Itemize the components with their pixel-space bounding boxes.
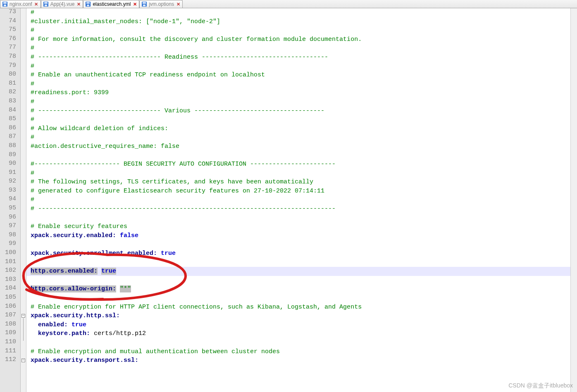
line-number: 101 [2,258,17,267]
code-line[interactable]: keystore.path: certs/http.p12 [31,329,577,338]
line-number: 96 [2,214,17,223]
code-line[interactable]: # Enable an unauthenticated TCP readines… [31,71,577,80]
svg-rect-4 [44,2,48,4]
line-number: 78 [2,53,17,62]
tab-jvm-options[interactable]: jvm.options ✕ [139,0,183,8]
line-number: 102 [2,267,17,276]
code-line[interactable]: # [31,169,577,178]
code-line[interactable] [31,338,577,347]
line-number: 93 [2,187,17,196]
code-line[interactable]: # [31,115,577,124]
code-line[interactable]: # [31,26,577,35]
code-line[interactable]: xpack.security.transport.ssl: [31,356,577,365]
code-line[interactable]: # generated to configure Elasticsearch s… [31,187,577,196]
line-number: 109 [2,329,17,338]
svg-rect-5 [45,5,47,6]
code-line[interactable]: # Enable security features [31,222,577,231]
code-line[interactable]: # [31,97,577,107]
code-line[interactable]: # [31,195,577,204]
line-number: 79 [2,62,17,71]
line-number: 89 [2,151,17,160]
fold-toggle-icon[interactable]: − [21,314,25,318]
line-number: 105 [2,294,17,303]
line-number: 104 [2,285,17,294]
code-line[interactable]: # [31,44,577,53]
disk-icon [85,1,91,7]
line-number: 91 [2,169,17,178]
code-line[interactable]: xpack.security.enrollment.enabled: true [31,249,577,258]
line-number: 84 [2,107,17,116]
line-number: 100 [2,249,17,258]
code-line[interactable]: enabled: true [31,321,577,330]
line-number: 99 [2,240,17,249]
tab-nginx-conf[interactable]: nginx.conf ✕ [0,0,41,8]
tab-label: elasticsearch.yml [93,1,131,7]
code-line[interactable]: # [31,62,577,71]
code-line[interactable]: http.cors.allow-origin: "*" [31,285,577,294]
tab-label: App(4).vue [50,1,75,7]
code-line[interactable]: # --------------------------------- Read… [31,53,577,62]
line-number: 108 [2,321,17,330]
line-number: 83 [2,97,17,107]
watermark: CSDN @蓝盒子itbluebox [508,382,573,390]
line-number: 97 [2,222,17,231]
code-line[interactable]: xpack.security.http.ssl: [31,311,577,321]
code-line[interactable]: # [31,8,577,17]
code-line[interactable] [31,276,577,285]
line-number: 85 [2,115,17,124]
line-number: 73 [2,8,17,17]
svg-rect-2 [4,5,6,6]
gutter: 7374757677787980818283848586878889909192… [0,8,21,392]
code-line[interactable]: # [31,133,577,142]
close-icon[interactable]: ✕ [34,2,39,7]
code-line[interactable] [31,240,577,249]
line-number: 112 [2,356,17,365]
line-number: 80 [2,71,17,80]
vertical-scrollbar[interactable] [570,8,577,392]
tab-bar: nginx.conf ✕ App(4).vue ✕ elasticsearch.… [0,0,577,8]
tab-label: nginx.conf [10,1,32,7]
code-line[interactable] [31,258,577,267]
tab-elasticsearch-yml[interactable]: elasticsearch.yml ✕ [83,0,139,8]
code-line[interactable] [31,294,577,303]
line-number: 106 [2,303,17,312]
fold-toggle-icon[interactable]: − [21,359,25,362]
code-line[interactable]: #----------------------- BEGIN SECURITY … [31,160,577,169]
code-line[interactable] [31,214,577,223]
svg-rect-8 [87,5,89,6]
svg-rect-11 [143,5,145,6]
code-area[interactable]: ##cluster.initial_master_nodes: ["node-1… [26,8,577,392]
svg-rect-10 [143,2,146,4]
code-line[interactable]: #readiness.port: 9399 [31,88,577,97]
close-icon[interactable]: ✕ [176,2,181,7]
line-number: 76 [2,35,17,44]
tab-app-vue[interactable]: App(4).vue ✕ [41,0,83,8]
code-line[interactable] [31,151,577,160]
close-icon[interactable]: ✕ [76,2,81,7]
code-line[interactable]: #cluster.initial_master_nodes: ["node-1"… [31,17,577,26]
fold-column: −− [21,8,26,392]
line-number: 110 [2,338,17,347]
line-number: 90 [2,160,17,169]
editor: 7374757677787980818283848586878889909192… [0,8,577,392]
code-line[interactable]: # --------------------------------------… [31,204,577,214]
code-line[interactable]: # The following settings, TLS certificat… [31,178,577,187]
line-number: 81 [2,80,17,89]
close-icon[interactable]: ✕ [132,2,137,7]
code-line[interactable]: # [31,80,577,89]
line-number: 107 [2,311,17,321]
line-number: 86 [2,124,17,133]
code-line[interactable]: xpack.security.enabled: false [31,231,577,240]
code-line[interactable]: # --------------------------------- Vari… [31,107,577,116]
code-line[interactable]: # Enable encryption for HTTP API client … [31,303,577,312]
line-number: 92 [2,178,17,187]
disk-icon [141,1,147,7]
line-number: 88 [2,142,17,151]
code-line[interactable]: # For more information, consult the disc… [31,35,577,44]
code-line[interactable]: #action.destructive_requires_name: false [31,142,577,151]
disk-icon [43,1,49,7]
code-line[interactable]: # Allow wildcard deletion of indices: [31,124,577,133]
line-number: 74 [2,17,17,26]
code-line[interactable]: # Enable encryption and mutual authentic… [31,347,577,356]
disk-icon [2,1,8,7]
